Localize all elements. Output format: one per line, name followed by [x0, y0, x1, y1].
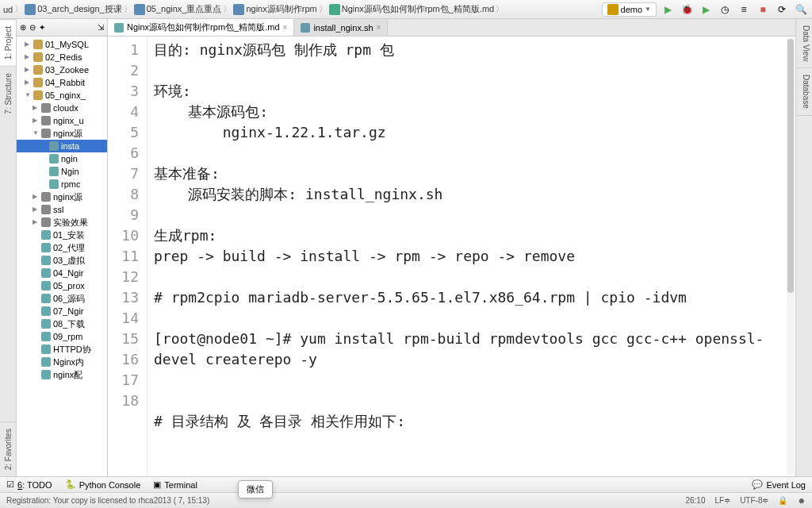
line-ending[interactable]: LF≑ — [714, 496, 730, 505]
tree-item[interactable]: HTTPD协 — [17, 343, 107, 356]
folder-icon — [25, 4, 36, 15]
tree-item[interactable]: ▶nginx_u — [17, 114, 107, 127]
tree-item[interactable]: ▼nginx源 — [17, 127, 107, 140]
folder-icon — [134, 4, 145, 15]
tree-item[interactable]: ▶04_Rabbit — [17, 76, 107, 89]
scrollbar-thumb[interactable] — [787, 39, 794, 293]
editor-gutter: 123456789101112131415161718 — [108, 37, 147, 476]
tree-item[interactable]: insta — [17, 140, 107, 152]
tree-item[interactable]: ▶实验效果 — [17, 216, 107, 229]
tree-item[interactable]: 08_下载 — [17, 318, 107, 330]
run-coverage-button[interactable]: ▶ — [698, 2, 714, 17]
tree-item[interactable]: ▶nginx源 — [17, 190, 107, 203]
close-icon[interactable]: × — [283, 23, 288, 32]
bc-item[interactable]: ud — [3, 5, 13, 14]
stop-button[interactable]: ■ — [755, 2, 771, 17]
top-toolbar: ud〉 03_arch_design_授课〉 05_nginx_重点重点〉 ng… — [0, 0, 812, 19]
folder-icon — [233, 4, 244, 15]
tree-item[interactable]: 01_安装 — [17, 229, 107, 241]
tree-item[interactable]: ▶ssl — [17, 203, 107, 216]
tree-item[interactable]: nginx配 — [17, 368, 107, 381]
tree-item[interactable]: rpmc — [17, 178, 107, 190]
project-panel-header: ⊕ ⊖ ✦ ⇲ — [17, 19, 107, 37]
editor-content[interactable]: 目的: nginx源码包 制作成 rpm 包 环境: 基本源码包: nginx-… — [147, 37, 795, 476]
tree-item[interactable]: 04_Ngir — [17, 267, 107, 279]
bottom-tab[interactable]: ▣Terminal — [153, 479, 197, 490]
tree-item[interactable]: Ngin — [17, 165, 107, 178]
structure-tool-tab[interactable]: 7: Structure — [0, 66, 16, 121]
status-bar: Registration: Your copy is licensed to r… — [0, 492, 812, 508]
cursor-position[interactable]: 26:10 — [685, 496, 705, 505]
dataview-tool-tab[interactable]: Data View — [796, 19, 812, 68]
hide-icon[interactable]: ⇲ — [98, 23, 104, 32]
tree-item[interactable]: 09_rpm — [17, 330, 107, 343]
bottom-tab[interactable]: ☑6: TODO — [6, 479, 52, 490]
bc-item[interactable]: nginx源码制作rpm — [233, 3, 316, 15]
bc-item[interactable]: Nginx源码包如何制作rpm包_精简版.md — [329, 3, 495, 15]
project-panel: ⊕ ⊖ ✦ ⇲ ▶01_MySQL▶02_Redis▶03_Zookee▶04_… — [17, 19, 108, 476]
tree-item[interactable]: ▶02_Redis — [17, 51, 107, 64]
right-tool-strip: Data View Database — [795, 19, 812, 476]
project-tree[interactable]: ▶01_MySQL▶02_Redis▶03_Zookee▶04_Rabbit▼0… — [17, 37, 107, 383]
left-tool-strip: 1: Project 7: Structure 2: Favorites — [0, 19, 17, 476]
expand-icon[interactable]: ⊖ — [29, 23, 36, 32]
lock-icon[interactable]: 🔒 — [778, 496, 787, 505]
update-button[interactable]: ⟳ — [774, 2, 790, 17]
profile-button[interactable]: ◷ — [717, 2, 733, 17]
run-config-selector[interactable]: demo▼ — [602, 2, 657, 17]
debug-button[interactable]: 🐞 — [679, 2, 695, 17]
bottom-tool-bar: ☑6: TODO🐍Python Console▣Terminal 💬 Event… — [0, 476, 812, 492]
concurrency-button[interactable]: ≡ — [736, 2, 752, 17]
tree-item[interactable]: Nginx内 — [17, 356, 107, 368]
markdown-icon — [329, 4, 340, 15]
bottom-tab[interactable]: 🐍Python Console — [65, 479, 141, 490]
bc-item[interactable]: 05_nginx_重点重点 — [134, 3, 222, 15]
event-log-button[interactable]: 💬 Event Log — [752, 479, 806, 490]
bc-item[interactable]: 03_arch_design_授课 — [25, 3, 121, 15]
database-tool-tab[interactable]: Database — [796, 68, 812, 116]
tree-item[interactable]: 03_虚拟 — [17, 254, 107, 267]
python-icon — [607, 4, 619, 15]
run-button[interactable]: ▶ — [660, 2, 676, 17]
editor-tab[interactable]: install_nginx.sh× — [294, 19, 388, 36]
tree-item[interactable]: 07_Ngir — [17, 305, 107, 318]
breadcrumb: ud〉 03_arch_design_授课〉 05_nginx_重点重点〉 ng… — [3, 3, 602, 15]
search-button[interactable]: 🔍 — [793, 2, 809, 17]
tree-item[interactable]: 05_prox — [17, 279, 107, 292]
ime-popup: 微信 — [238, 480, 273, 498]
status-message: Registration: Your copy is licensed to r… — [6, 496, 209, 505]
inspector-icon[interactable]: ☻ — [797, 496, 806, 505]
tree-item[interactable]: 06_源码 — [17, 292, 107, 305]
favorites-tool-tab[interactable]: 2: Favorites — [0, 421, 16, 476]
tree-item[interactable]: ngin — [17, 152, 107, 165]
editor-tab[interactable]: Nginx源码包如何制作rpm包_精简版.md× — [108, 19, 294, 36]
collapse-icon[interactable]: ⊕ — [20, 23, 26, 32]
editor-tab-bar: Nginx源码包如何制作rpm包_精简版.md×install_nginx.sh… — [108, 19, 795, 37]
settings-icon[interactable]: ✦ — [39, 23, 45, 32]
tree-item[interactable]: 02_代理 — [17, 241, 107, 254]
project-tool-tab[interactable]: 1: Project — [0, 19, 16, 66]
close-icon[interactable]: × — [377, 23, 381, 32]
tree-item[interactable]: ▶cloudx — [17, 102, 107, 114]
tree-item[interactable]: ▶01_MySQL — [17, 38, 107, 51]
tree-item[interactable]: ▶03_Zookee — [17, 64, 107, 76]
file-encoding[interactable]: UTF-8≑ — [740, 496, 768, 505]
tree-item[interactable]: ▼05_nginx_ — [17, 89, 107, 102]
editor-scrollbar[interactable] — [787, 38, 795, 475]
